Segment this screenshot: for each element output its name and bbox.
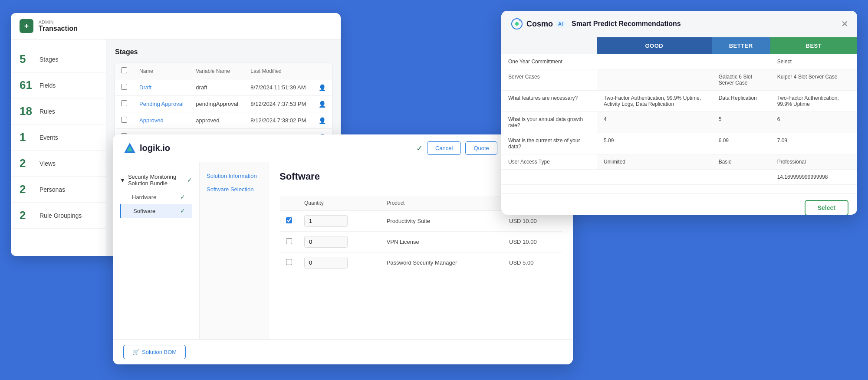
cosmo-logo-icon: +: [510, 17, 524, 31]
row-modified: 8/12/2024 7:37:53 PM: [244, 96, 312, 112]
sidebar-count: 18: [20, 105, 33, 118]
row-product-checkbox[interactable]: [286, 259, 292, 265]
row-checkbox-cell: [115, 96, 133, 112]
row-variable: pendingApproval: [190, 96, 244, 112]
sidebar-item-rule-groupings[interactable]: 2Rule Groupings: [11, 203, 106, 229]
col-variable: Variable Name: [190, 63, 244, 79]
sidebar-label: Rules: [39, 108, 55, 115]
sidebar-item-events[interactable]: 1Events: [11, 124, 106, 151]
row-user: 👤: [312, 79, 332, 96]
quantity-input[interactable]: [304, 215, 348, 227]
cosmo-row-best: Professional: [770, 154, 857, 170]
solution-bom-footer-button[interactable]: 🛒 Solution BOM: [123, 345, 186, 359]
cosmo-logo-text: Cosmo: [526, 20, 553, 29]
chevron-down-icon: ▼: [120, 177, 125, 183]
cosmo-row-label: One Year Committment: [501, 54, 597, 69]
sidebar-label: Events: [39, 134, 58, 141]
cosmo-header-left: + Cosmo AI Smart Predict Recommendations: [510, 17, 681, 31]
config-sidebar: Solution Information Software Selection: [200, 162, 269, 364]
nav-item-hardware[interactable]: Hardware ✓: [120, 190, 192, 204]
cosmo-row-better: Galactic 6 Slot Server Case: [712, 69, 770, 91]
sidebar-item-rules[interactable]: 18Rules: [11, 98, 106, 124]
col-product: Product: [381, 196, 503, 211]
cosmo-row-best: 7.09: [770, 133, 857, 154]
row-name-link[interactable]: Pending Approval: [139, 101, 184, 107]
row-checkbox-cell: [115, 112, 133, 129]
cosmo-col-good: GOOD: [597, 37, 712, 54]
row-product-checkbox[interactable]: [286, 238, 292, 244]
cosmo-row-good: 5.09: [597, 133, 712, 154]
sidebar-count: 2: [20, 209, 33, 222]
col-modified: Last Modified: [244, 63, 312, 79]
close-button[interactable]: ✕: [841, 19, 848, 29]
cosmo-table-body: One Year Committment Select Server Cases…: [501, 54, 857, 185]
cosmo-row-label: [501, 170, 597, 185]
cosmo-row-label: Server Cases: [501, 69, 597, 91]
cosmo-table-head: GOOD BETTER BEST: [501, 37, 857, 54]
cosmo-row-best: 6: [770, 112, 857, 133]
sidebar-label: Stages: [39, 56, 59, 63]
sidebar-label: Personas: [39, 186, 65, 193]
sidebar-count: 1: [20, 131, 33, 144]
row-product-checkbox[interactable]: [286, 217, 292, 223]
transaction-icon: +: [20, 19, 33, 33]
row-user: 👤: [312, 112, 332, 129]
config-nav-section: ▼ Security Monitoring Solution Bundle ✓ …: [113, 169, 199, 222]
nav-item-software-label: Software: [133, 208, 155, 214]
section-check-icon: ✓: [187, 177, 192, 183]
row-checkbox[interactable]: [121, 100, 127, 106]
cosmo-ai-badge: AI: [556, 20, 566, 27]
config-nav: ▼ Security Monitoring Solution Bundle ✓ …: [113, 162, 200, 364]
nav-item-software[interactable]: Software ✓: [120, 204, 192, 218]
sidebar-solution-info[interactable]: Solution Information: [207, 169, 262, 183]
quantity-input[interactable]: [304, 257, 348, 269]
row-checkbox[interactable]: [121, 84, 127, 90]
col-checkbox: [115, 63, 133, 79]
logik-logo-icon: [123, 142, 136, 155]
stages-table-header-row: Name Variable Name Last Modified: [115, 63, 332, 79]
sidebar-count: 5: [20, 52, 33, 66]
cosmo-header: + Cosmo AI Smart Predict Recommendations…: [501, 11, 857, 37]
cosmo-footer: Select: [501, 193, 857, 215]
quantity-input[interactable]: [304, 236, 348, 248]
table-row: Draft draft 8/7/2024 11:51:39 AM 👤: [115, 79, 332, 96]
row-check-cell: [280, 211, 299, 232]
sidebar-item-fields[interactable]: 61Fields: [11, 72, 106, 98]
cosmo-col-best: BEST: [770, 37, 857, 54]
sidebar-software-selection[interactable]: Software Selection: [207, 183, 262, 196]
select-all-checkbox[interactable]: [121, 67, 127, 73]
cosmo-row-better: 5: [712, 112, 770, 133]
sidebar-count: 2: [20, 183, 33, 196]
quote-button[interactable]: Quote: [465, 141, 497, 155]
sidebar-item-stages[interactable]: 5Stages: [11, 46, 106, 72]
user-icon: 👤: [319, 101, 326, 108]
cosmo-row-better: [712, 54, 770, 69]
cosmo-row-better: 6.09: [712, 133, 770, 154]
cancel-button[interactable]: Cancel: [427, 141, 461, 155]
col-name: Name: [133, 63, 190, 79]
row-name-link[interactable]: Draft: [139, 84, 151, 91]
cosmo-row-label: What is your annual data growth rate?: [501, 112, 597, 133]
nav-section-header[interactable]: ▼ Security Monitoring Solution Bundle ✓: [120, 174, 192, 187]
row-checkbox[interactable]: [121, 117, 127, 123]
row-check-cell: [280, 252, 299, 273]
cosmo-title: Smart Predict Recommendations: [572, 20, 681, 28]
check-icon: ✓: [416, 144, 423, 153]
row-qty-cell: [298, 211, 381, 232]
cosmo-logo: + Cosmo AI: [510, 17, 566, 31]
row-modified: 8/7/2024 11:51:39 AM: [244, 79, 312, 96]
config-table-body: Productivity Suite USD 10.00 VPN License…: [280, 211, 562, 273]
sidebar-item-personas[interactable]: 2Personas: [11, 177, 106, 203]
row-product-cell: Password Security Manager: [381, 252, 503, 273]
user-icon: 👤: [319, 84, 326, 91]
cosmo-row-label: What features are necessary?: [501, 91, 597, 112]
row-checkbox-cell: [115, 79, 133, 96]
cosmo-row-better: Data Replication: [712, 91, 770, 112]
user-icon: 👤: [319, 117, 326, 124]
transaction-sidebar: 5Stages61Fields18Rules1Events2Views2Pers…: [11, 39, 106, 256]
stages-title: Stages: [115, 48, 332, 56]
sidebar-item-views[interactable]: 2Views: [11, 151, 106, 177]
select-button[interactable]: Select: [805, 200, 848, 215]
admin-label: ADMIN: [39, 20, 78, 25]
row-name-link[interactable]: Approved: [139, 117, 164, 124]
